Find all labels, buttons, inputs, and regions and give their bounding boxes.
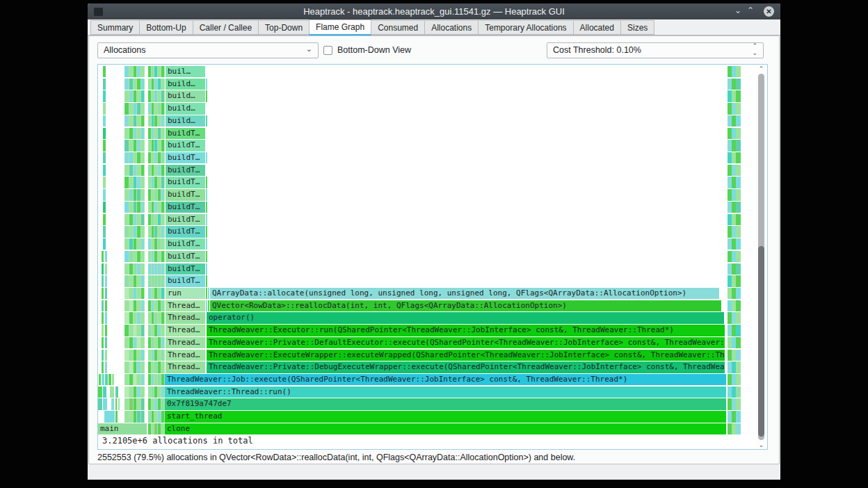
flame-stripe[interactable] [103, 165, 106, 176]
flame-stripe[interactable] [161, 251, 164, 262]
flame-stripe[interactable] [154, 251, 157, 262]
flame-block[interactable]: Thread… [166, 337, 205, 348]
flame-stripe[interactable] [129, 140, 133, 151]
scrollbar-track[interactable] [758, 74, 764, 440]
flame-stripe[interactable] [736, 214, 741, 225]
flame-stripe[interactable] [736, 263, 741, 275]
flame-stripe[interactable] [154, 140, 157, 151]
flame-stripe[interactable] [141, 387, 144, 398]
flame-stripe[interactable] [206, 202, 207, 213]
flame-stripe[interactable] [161, 165, 164, 176]
flame-stripe[interactable] [134, 128, 136, 139]
flame-stripe[interactable] [206, 214, 207, 225]
flame-stripe[interactable] [141, 177, 144, 188]
flame-stripe[interactable] [134, 275, 136, 286]
flame-stripe[interactable] [124, 214, 129, 225]
flame-stripe[interactable] [161, 103, 164, 114]
flame-stripe[interactable] [124, 325, 129, 336]
flame-stripe[interactable] [103, 103, 106, 114]
flame-stripe[interactable] [134, 300, 136, 311]
flame-stripe[interactable] [161, 128, 164, 139]
flame-stripe[interactable] [206, 189, 207, 200]
flame-stripe[interactable] [102, 350, 104, 361]
bottom-down-checkbox[interactable] [323, 46, 332, 55]
flame-stripe[interactable] [158, 251, 161, 262]
flame-stripe[interactable] [148, 115, 151, 127]
flame-stripe[interactable] [129, 325, 133, 336]
flame-stripe[interactable] [103, 238, 106, 250]
flame-stripe[interactable] [736, 189, 741, 200]
flame-block[interactable]: main [98, 423, 147, 434]
flame-stripe[interactable] [154, 66, 157, 77]
flame-block[interactable]: ThreadWeaver::ExecuteWrapper::executeWra… [207, 350, 725, 361]
flame-stripe[interactable] [158, 202, 161, 213]
flame-stripe[interactable] [161, 398, 164, 409]
flame-stripe[interactable] [158, 128, 161, 139]
flame-stripe[interactable] [102, 325, 104, 336]
flame-stripe[interactable] [134, 79, 136, 90]
flame-stripe[interactable] [105, 288, 107, 299]
flame-stripe[interactable] [152, 350, 154, 361]
metric-select[interactable]: Allocations ⌄ [97, 42, 319, 58]
flame-stripe[interactable] [736, 325, 741, 336]
flame-stripe[interactable] [161, 189, 164, 200]
cost-threshold-spinbox[interactable]: Cost Threshold: 0.10% ⌃ ⌄ [547, 42, 764, 58]
flame-stripe[interactable] [148, 152, 151, 163]
flame-stripe[interactable] [104, 411, 115, 422]
flame-stripe[interactable] [124, 312, 129, 323]
flame-stripe[interactable] [148, 325, 151, 336]
flame-block[interactable]: buil… [166, 66, 205, 77]
flame-stripe[interactable] [134, 165, 136, 176]
flame-stripe[interactable] [111, 398, 114, 409]
flame-stripe[interactable] [105, 325, 107, 336]
flame-stripe[interactable] [736, 300, 741, 311]
flame-stripe[interactable] [148, 312, 151, 323]
flame-stripe[interactable] [148, 165, 151, 176]
flame-stripe[interactable] [137, 214, 140, 225]
flame-stripe[interactable] [103, 152, 106, 163]
flame-stripe[interactable] [141, 361, 144, 373]
flame-stripe[interactable] [102, 275, 104, 286]
flame-stripe[interactable] [152, 165, 154, 176]
flame-block[interactable]: Thread… [166, 361, 205, 373]
flame-stripe[interactable] [141, 300, 144, 311]
flame-stripe[interactable] [124, 411, 129, 422]
tab-consumed[interactable]: Consumed [371, 20, 425, 35]
flame-stripe[interactable] [137, 251, 140, 262]
flame-stripe[interactable] [134, 238, 136, 250]
flame-stripe[interactable] [129, 238, 133, 250]
flame-stripe[interactable] [129, 361, 133, 373]
flame-stripe[interactable] [736, 387, 741, 398]
flame-stripe[interactable] [154, 177, 157, 188]
flame-stripe[interactable] [103, 214, 106, 225]
flame-stripe[interactable] [152, 325, 154, 336]
flame-stripe[interactable] [736, 251, 741, 262]
flame-stripe[interactable] [736, 202, 741, 213]
flame-stripe[interactable] [134, 189, 136, 200]
flame-stripe[interactable] [129, 90, 133, 101]
flame-stripe[interactable] [124, 238, 129, 250]
flame-stripe[interactable] [137, 387, 140, 398]
flame-stripe[interactable] [158, 398, 161, 409]
flame-stripe[interactable] [158, 66, 161, 77]
flame-stripe[interactable] [154, 312, 157, 323]
tab-bottom-up[interactable]: Bottom-Up [139, 20, 193, 35]
flame-stripe[interactable] [137, 398, 140, 409]
flame-stripe[interactable] [158, 411, 161, 422]
flame-stripe[interactable] [124, 374, 129, 385]
minimize-button[interactable]: ⌄ [732, 3, 744, 19]
flame-stripe[interactable] [158, 189, 161, 200]
flame-stripe[interactable] [154, 90, 157, 101]
flame-stripe[interactable] [154, 152, 157, 163]
flame-stripe[interactable] [208, 288, 209, 299]
flame-stripe[interactable] [161, 66, 164, 77]
flame-stripe[interactable] [736, 140, 741, 151]
flame-stripe[interactable] [154, 238, 157, 250]
flame-stripe[interactable] [141, 312, 144, 323]
flame-stripe[interactable] [103, 189, 106, 200]
flame-stripe[interactable] [124, 165, 129, 176]
flame-stripe[interactable] [152, 288, 154, 299]
flame-stripe[interactable] [141, 325, 144, 336]
flame-stripe[interactable] [161, 275, 164, 286]
flame-stripe[interactable] [124, 226, 129, 237]
